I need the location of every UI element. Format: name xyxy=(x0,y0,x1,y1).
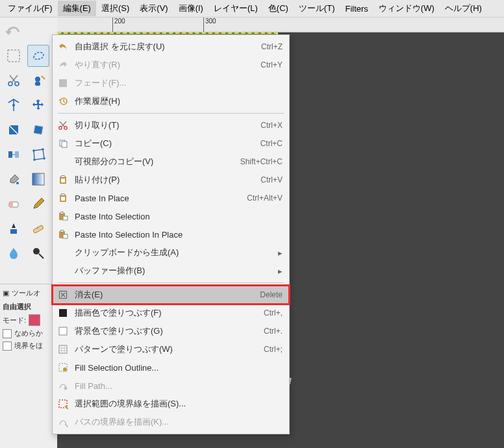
menu-item-label: 切り取り(T) xyxy=(75,119,260,131)
paste-into-icon xyxy=(57,228,69,241)
tool-undo-big[interactable] xyxy=(3,20,25,42)
menu-item-w[interactable]: パターンで塗りつぶす(W)Ctrl+; xyxy=(53,340,289,358)
svg-rect-38 xyxy=(60,230,64,232)
blank-icon xyxy=(57,264,69,277)
tool-rect-select[interactable] xyxy=(3,45,25,67)
svg-rect-7 xyxy=(34,125,43,134)
menu-window[interactable]: ウィンドウ(W) xyxy=(373,1,440,16)
menu-view[interactable]: 表示(V) xyxy=(134,1,173,16)
menu-item-e[interactable]: 消去(E)Delete xyxy=(53,286,289,304)
fill-fg-icon xyxy=(57,306,69,319)
paste-into-icon xyxy=(57,210,69,223)
svg-rect-33 xyxy=(61,197,65,201)
tool-move[interactable] xyxy=(27,94,49,116)
submenu-arrow-icon: ▸ xyxy=(276,248,283,258)
menu-item-label: クリップボードから生成(A) xyxy=(75,247,272,258)
menu-item-label: バッファー操作(B) xyxy=(75,265,272,277)
menu-separator xyxy=(58,282,284,283)
submenu-arrow-icon: ▸ xyxy=(276,266,283,276)
tool-scissors[interactable] xyxy=(3,69,25,92)
tool-crop[interactable] xyxy=(3,119,25,141)
history-icon xyxy=(57,95,69,108)
menu-item-pasteintoselectioninplace[interactable]: Paste Into Selection In Place xyxy=(53,225,289,243)
menu-color[interactable]: 色(C) xyxy=(263,1,294,16)
menu-item-u[interactable]: 自由選択 を元に戻す(U)Ctrl+Z xyxy=(53,38,289,56)
menu-item-s[interactable]: 選択範囲の境界線を描画(S)... xyxy=(53,395,289,413)
menu-item-accelerator: Ctrl+V xyxy=(260,175,283,184)
tool-rotate[interactable] xyxy=(27,119,49,141)
svg-rect-10 xyxy=(15,151,19,158)
fill-path-icon xyxy=(57,379,69,392)
menu-item-t[interactable]: 切り取り(T)Ctrl+X xyxy=(53,116,289,134)
menu-item-v[interactable]: 可視部分のコピー(V)Shift+Ctrl+C xyxy=(53,153,289,171)
tool-gradient[interactable] xyxy=(27,168,49,190)
ruler-tick: 200 xyxy=(112,18,125,32)
menu-filters[interactable]: Filters xyxy=(340,2,373,16)
tool-options-title: 自由選択 xyxy=(3,303,31,310)
tool-options-panel: ▣ツールオ 自由選択 モード: なめらか 境界をほ xyxy=(0,284,57,448)
menu-tools[interactable]: ツール(T) xyxy=(294,1,340,16)
svg-rect-0 xyxy=(8,50,19,62)
tool-eraser[interactable] xyxy=(3,193,25,215)
svg-point-25 xyxy=(64,127,67,129)
undo-icon xyxy=(57,40,69,53)
svg-point-21 xyxy=(33,248,40,255)
mode-swatch[interactable] xyxy=(29,314,40,326)
menu-item-h[interactable]: 作業履歴(H) xyxy=(53,92,289,110)
redo-icon xyxy=(57,58,69,71)
tool-measure[interactable] xyxy=(3,94,25,116)
menu-item-b[interactable]: バッファー操作(B)▸ xyxy=(53,262,289,280)
tool-flip[interactable] xyxy=(3,143,25,166)
menu-item-r: やり直す(R)Ctrl+Y xyxy=(53,56,289,74)
menu-item-a[interactable]: クリップボードから生成(A)▸ xyxy=(53,243,289,262)
stroke-sel-icon xyxy=(57,397,69,410)
menu-item-pasteinplace[interactable]: Paste In PlaceCtrl+Alt+V xyxy=(53,189,289,207)
svg-point-46 xyxy=(64,387,68,390)
menu-item-accelerator: Ctrl+. xyxy=(264,327,283,336)
menu-select[interactable]: 選択(S) xyxy=(96,1,134,16)
tool-bucket[interactable] xyxy=(3,168,25,190)
feather-checkbox[interactable] xyxy=(3,342,12,351)
svg-point-15 xyxy=(16,182,19,184)
stroke-path-icon xyxy=(57,416,69,429)
tool-options-icon: ▣ xyxy=(3,289,9,297)
svg-rect-9 xyxy=(8,151,12,158)
menu-item-label: フェード(F)... xyxy=(75,77,283,89)
menu-item-accelerator: Delete xyxy=(260,290,283,299)
menu-item-c[interactable]: コピー(C)Ctrl+C xyxy=(53,134,289,153)
menu-item-pasteintoselection[interactable]: Paste Into Selection xyxy=(53,207,289,225)
menu-item-label: やり直す(R) xyxy=(75,59,260,71)
tool-cage[interactable] xyxy=(27,143,49,166)
svg-rect-30 xyxy=(61,179,65,182)
paste-icon xyxy=(57,192,69,205)
menu-item-label: 描画色で塗りつぶす(F) xyxy=(75,307,264,319)
menu-help[interactable]: ヘルプ(H) xyxy=(440,1,487,16)
menu-item-fillselectionoutline[interactable]: Fill Selection Outline... xyxy=(53,358,289,377)
menu-item-label: 作業履歴(H) xyxy=(75,95,283,107)
svg-rect-18 xyxy=(9,202,13,207)
tool-pencil[interactable] xyxy=(27,193,49,215)
svg-point-11 xyxy=(32,149,35,152)
svg-rect-35 xyxy=(60,212,64,214)
tool-free-select[interactable] xyxy=(27,45,49,67)
tool-dodge[interactable] xyxy=(27,242,49,264)
menu-image[interactable]: 画像(I) xyxy=(173,1,208,16)
tool-blur[interactable] xyxy=(3,242,25,264)
svg-point-45 xyxy=(63,367,67,371)
menu-item-f[interactable]: 描画色で塗りつぶす(F)Ctrl+, xyxy=(53,304,289,322)
menu-item-g[interactable]: 背景色で塗りつぶす(G)Ctrl+. xyxy=(53,322,289,340)
svg-rect-20 xyxy=(33,225,44,233)
tool-heal[interactable] xyxy=(27,218,49,240)
edit-menu-dropdown: 自由選択 を元に戻す(U)Ctrl+Zやり直す(R)Ctrl+Yフェード(F).… xyxy=(52,34,290,434)
tool-ink[interactable] xyxy=(3,218,25,240)
antialias-checkbox[interactable] xyxy=(3,329,12,338)
menu-item-label: Fill Selection Outline... xyxy=(75,363,283,373)
menu-item-p[interactable]: 貼り付け(P)Ctrl+V xyxy=(53,171,289,189)
menu-item-label: 背景色で塗りつぶす(G) xyxy=(75,325,264,337)
menu-file[interactable]: ファイル(F) xyxy=(3,1,58,16)
menu-item-label: Paste Into Selection In Place xyxy=(75,230,283,240)
menu-edit[interactable]: 編集(E) xyxy=(58,1,96,16)
ruler-tick: 300 xyxy=(203,18,216,32)
menu-layer[interactable]: レイヤー(L) xyxy=(208,1,263,16)
tool-foreground-select[interactable] xyxy=(27,69,49,92)
